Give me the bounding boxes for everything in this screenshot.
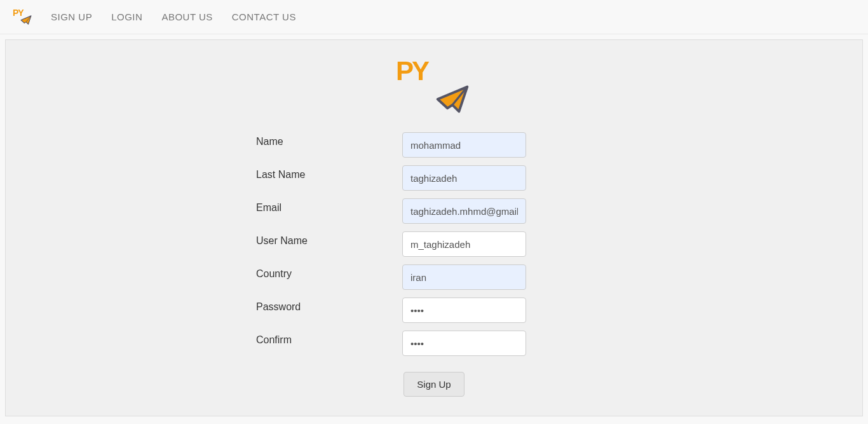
row-password: Password xyxy=(256,297,612,323)
row-name: Name xyxy=(256,132,612,158)
name-field[interactable] xyxy=(402,132,526,158)
submit-row: Sign Up xyxy=(256,372,612,397)
logo-container: PY xyxy=(18,59,850,113)
lastname-field[interactable] xyxy=(402,165,526,191)
logo-text-large: PY xyxy=(396,56,428,86)
country-field[interactable] xyxy=(402,264,526,290)
navbar: PY SIGN UP LOGIN ABOUT US CONTACT US xyxy=(0,0,868,34)
row-username: User Name xyxy=(256,231,612,257)
confirm-field[interactable] xyxy=(402,331,526,356)
row-email: Email xyxy=(256,198,612,224)
email-field[interactable] xyxy=(402,198,526,224)
row-confirm: Confirm xyxy=(256,331,612,356)
brand-logo[interactable]: PY xyxy=(13,9,32,25)
py-logo-large: PY xyxy=(396,59,472,113)
label-username: User Name xyxy=(256,231,402,247)
label-email: Email xyxy=(256,198,402,214)
signup-button[interactable]: Sign Up xyxy=(403,372,464,397)
signup-form: Name Last Name Email User Name Country xyxy=(256,132,612,397)
row-country: Country xyxy=(256,264,612,290)
label-confirm: Confirm xyxy=(256,331,402,346)
nav-signup[interactable]: SIGN UP xyxy=(51,11,92,22)
password-field[interactable] xyxy=(402,297,526,323)
label-name: Name xyxy=(256,132,402,147)
paper-plane-icon xyxy=(20,15,32,25)
nav-contact[interactable]: CONTACT US xyxy=(232,11,296,22)
nav-login[interactable]: LOGIN xyxy=(111,11,142,22)
label-lastname: Last Name xyxy=(256,165,402,181)
nav-links: SIGN UP LOGIN ABOUT US CONTACT US xyxy=(51,11,296,22)
nav-about[interactable]: ABOUT US xyxy=(161,11,212,22)
label-country: Country xyxy=(256,264,402,280)
py-logo-small: PY xyxy=(13,9,32,25)
row-lastname: Last Name xyxy=(256,165,612,191)
username-field[interactable] xyxy=(402,231,526,257)
paper-plane-icon xyxy=(436,85,469,113)
label-password: Password xyxy=(256,297,402,313)
signup-panel: PY Name Last Name Email xyxy=(5,39,863,416)
